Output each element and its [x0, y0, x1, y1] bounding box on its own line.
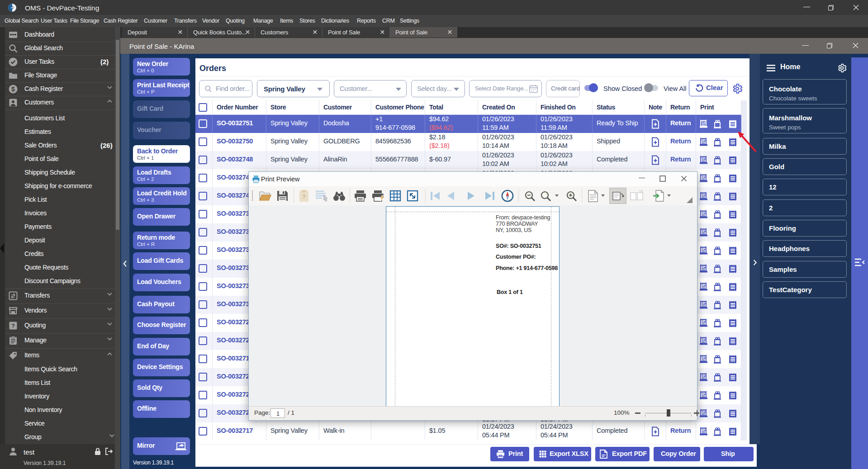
svg-text:$: $	[11, 85, 15, 93]
svg-text:?: ?	[11, 322, 15, 329]
svg-text:?: ?	[302, 193, 306, 200]
